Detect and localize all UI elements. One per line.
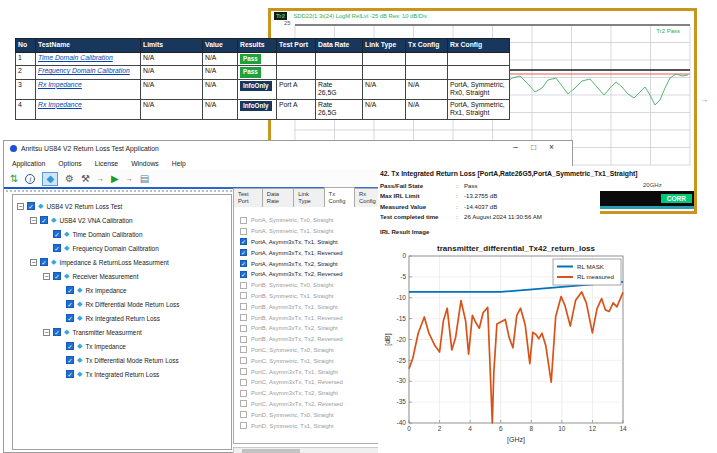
config-list-item[interactable]: PortB, Asymm3xTx, Tx1, Reversed (240, 312, 384, 323)
menu-license[interactable]: License (95, 160, 118, 167)
config-checkbox[interactable] (240, 336, 247, 343)
tree-item[interactable]: ✓◆Tx Impedance (13, 339, 231, 353)
config-list-item[interactable]: PortC, Asymm3xTx, Tx2, Reversed (240, 399, 384, 410)
step-arrow-icon-2[interactable]: → (126, 173, 133, 185)
step-arrow-icon[interactable]: → (97, 173, 104, 185)
menu-windows[interactable]: Windows (131, 160, 159, 167)
config-list-item[interactable]: PortC, Asymm3xTx, Tx1, Reversed (240, 377, 384, 388)
config-checkbox[interactable] (240, 400, 247, 407)
config-checkbox[interactable] (240, 390, 247, 397)
tree-checkbox[interactable]: ✓ (66, 356, 74, 364)
sync-icon[interactable]: ⇅ (10, 173, 18, 185)
config-checkbox[interactable] (240, 282, 247, 289)
tree-item[interactable]: ✓◆Time Domain Calibration (13, 227, 231, 241)
menu-help[interactable]: Help (172, 160, 186, 167)
maximize-button[interactable]: □ (531, 142, 536, 152)
expand-toggle-icon[interactable]: − (43, 329, 50, 336)
tree-checkbox[interactable]: ✓ (40, 216, 48, 224)
select-diamond-icon[interactable]: ◆ (42, 172, 58, 186)
config-checkbox[interactable] (240, 303, 247, 310)
config-checkbox[interactable] (240, 379, 247, 386)
title-bar[interactable]: Anritsu US84 V2 Return Loss Test Applica… (4, 141, 572, 156)
minimize-button[interactable]: – (513, 142, 518, 152)
menu-application[interactable]: Application (12, 160, 45, 167)
cell-results: Pass (238, 52, 277, 66)
test-link[interactable]: Frequency Domain Calibration (38, 67, 130, 74)
config-checkbox[interactable]: ✓ (240, 249, 247, 256)
config-list-item[interactable]: PortC, Symmetric, Tx0, Straight (240, 345, 384, 356)
tab-data-rate[interactable]: Data Rate (262, 188, 295, 207)
expand-toggle-icon[interactable]: − (30, 259, 37, 266)
tree-checkbox[interactable]: ✓ (66, 314, 74, 322)
tree-item[interactable]: −✓◆Impedance & ReturnLoss Measurment (13, 255, 231, 269)
config-list-item[interactable]: PortB, Symmetric, Tx1, Straight (240, 291, 384, 302)
tree-checkbox[interactable]: ✓ (66, 300, 74, 308)
config-list-item[interactable]: PortB, Asymm3xTx, Tx2, Reversed (240, 334, 384, 345)
config-list-item[interactable]: PortC, Asymm3xTx, Tx1, Straight (240, 366, 384, 377)
close-button[interactable]: × (549, 142, 554, 152)
tree-item[interactable]: ✓◆Rx Impedance (13, 283, 231, 297)
config-list-item[interactable]: PortB, Symmetric, Tx0, Straight (240, 280, 384, 291)
tab-tx-config[interactable]: Tx Config (324, 187, 355, 207)
tools-icon[interactable]: ⚒ (81, 173, 90, 185)
config-checkbox[interactable] (240, 325, 247, 332)
tab-link-type[interactable]: Link Type (293, 188, 324, 207)
config-checkbox[interactable] (240, 217, 247, 224)
config-list-item[interactable]: ✓PortA, Asymm3xTx, Tx1, Straight (240, 237, 384, 248)
config-list-item[interactable]: PortC, Asymm3xTx, Tx2, Straight (240, 388, 384, 399)
config-checkbox[interactable]: ✓ (240, 260, 247, 267)
expand-toggle-icon[interactable]: − (30, 217, 37, 224)
config-list-item[interactable]: PortB, Asymm3xTx, Tx1, Straight (240, 301, 384, 312)
run-icon[interactable]: ▶ (111, 173, 119, 185)
tree-item[interactable]: ✓◆Rx Differential Mode Return Loss (13, 297, 231, 311)
report-icon[interactable]: ▤ (140, 173, 149, 185)
tree-checkbox[interactable]: ✓ (40, 258, 48, 266)
config-list-item[interactable]: ✓PortA, Asymm3xTx, Tx2, Reversed (240, 269, 384, 280)
config-list-item[interactable]: ✓PortA, Asymm3xTx, Tx2, Straight (240, 258, 384, 269)
tree-checkbox[interactable]: ✓ (66, 342, 74, 350)
tree-checkbox[interactable]: ✓ (27, 202, 35, 210)
config-checkbox[interactable] (240, 228, 247, 235)
horizontal-scrollbar[interactable] (233, 447, 385, 453)
test-link[interactable]: Rx Impedance (38, 81, 82, 88)
config-list-item[interactable]: PortA, Symmetric, Tx1, Straight (240, 226, 384, 237)
config-list-item[interactable]: PortC, Symmetric, Tx1, Straight (240, 355, 384, 366)
config-checkbox[interactable] (240, 292, 247, 299)
settings-gear-icon[interactable]: ⚙ (65, 173, 74, 185)
config-list-item[interactable]: PortA, Symmetric, Tx0, Straight (240, 215, 384, 226)
config-checkbox[interactable] (240, 411, 247, 418)
config-checkbox[interactable]: ✓ (240, 271, 247, 278)
test-link[interactable]: Rx Impedance (38, 101, 82, 108)
config-checkbox[interactable] (240, 357, 247, 364)
tree-checkbox[interactable]: ✓ (66, 286, 74, 294)
tree-item[interactable]: −✓◆USB4 V2 VNA Calibration (13, 213, 231, 227)
config-checkbox[interactable] (240, 314, 247, 321)
config-checkbox[interactable] (240, 346, 247, 353)
tree-item[interactable]: ✓◆Tx Integrated Return Loss (13, 367, 231, 381)
tab-test-port[interactable]: Test Port (233, 188, 263, 207)
tree-checkbox[interactable]: ✓ (53, 230, 61, 238)
tree-item[interactable]: −✓◆Transmitter Measurment (13, 325, 231, 339)
test-link[interactable]: Time Domain Calibration (38, 54, 113, 61)
menu-options[interactable]: Options (58, 160, 81, 167)
config-list-item[interactable]: PortD, Symmetric, Tx1, Straight (240, 420, 384, 431)
expand-toggle-icon[interactable]: − (43, 273, 50, 280)
config-list-item[interactable]: PortD, Symmetric, Tx0, Straight (240, 409, 384, 420)
config-checkbox[interactable] (240, 422, 247, 429)
tree-checkbox[interactable]: ✓ (53, 272, 61, 280)
tree-checkbox[interactable]: ✓ (66, 370, 74, 378)
config-list-item[interactable]: PortB, Asymm3xTx, Tx2, Straight (240, 323, 384, 334)
expand-toggle-icon[interactable]: − (17, 203, 24, 210)
config-list-item[interactable]: ✓PortA, Asymm3xTx, Tx1, Reversed (240, 247, 384, 258)
tree-checkbox[interactable]: ✓ (53, 328, 61, 336)
config-checkbox[interactable] (240, 368, 247, 375)
tree-item[interactable]: ✓◆Tx Differential Mode Return Loss (13, 353, 231, 367)
tree-item[interactable]: ✓◆Rx Integrated Return Loss (13, 311, 231, 325)
tree-checkbox[interactable]: ✓ (53, 244, 61, 252)
tree-item[interactable]: −✓◆Receiver Measurement (13, 269, 231, 283)
config-checkbox[interactable]: ✓ (240, 238, 247, 245)
tree-item[interactable]: −✓◆USB4 V2 Return Loss Test (13, 199, 231, 213)
scrollbar-thumb[interactable] (242, 449, 300, 453)
info-icon[interactable]: i (25, 174, 35, 184)
tree-item[interactable]: ✓◆Frequency Domain Calibration (13, 241, 231, 255)
